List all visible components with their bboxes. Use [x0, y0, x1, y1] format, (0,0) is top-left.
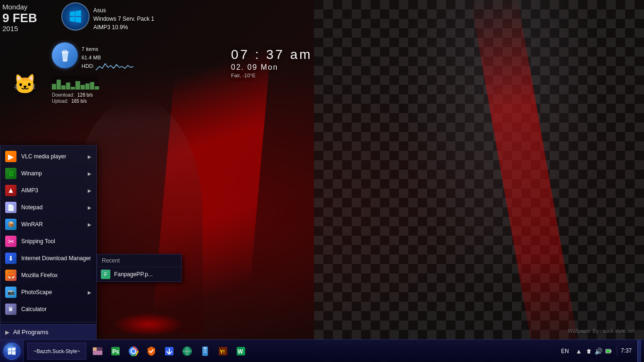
aimp3-icon: ▲ [5, 185, 17, 196]
svg-rect-21 [606, 350, 610, 353]
taskbar-clock[interactable]: 7:37 [617, 346, 636, 356]
taskbar-winrar-icon[interactable] [197, 343, 214, 360]
menu-item-calculator[interactable]: 🖩 Calculator [0, 301, 96, 318]
all-programs-bar[interactable]: ▶ All Programs [0, 324, 96, 339]
active-program-label[interactable]: ~Bazzh.Suck-Style~ [27, 343, 86, 360]
hdd-text: HDD: [82, 63, 94, 69]
svg-rect-20 [611, 350, 611, 352]
network-graph [52, 75, 99, 90]
taskbar-avast-icon[interactable] [143, 343, 160, 360]
system-text: Asus Windows 7 Serv. Pack 1 AIMP3 10.9% [93, 2, 154, 32]
recent-item[interactable]: F FanpagePP.p... [97, 267, 181, 281]
menu-item-firefox[interactable]: 🦊 Mozilla Firefox [0, 267, 96, 284]
net-bar [90, 82, 94, 90]
menu-item-photoscape[interactable]: 📷 PhotoScape ▶ [0, 284, 96, 301]
tray-arrow-icon[interactable]: ▲ [575, 347, 583, 355]
tray-volume-icon[interactable]: 🔊 [594, 347, 603, 355]
date-display: Monday 9 FEB 2015 [2, 2, 37, 33]
recycle-items: 7 items [82, 45, 133, 54]
taskbar-browser2-icon[interactable] [179, 343, 196, 360]
recycle-info: 7 items 61.4 MB HDD: [82, 42, 133, 71]
brand-label: Asus [93, 6, 154, 15]
menu-item-aimp3[interactable]: ▲ AIMP3 ▶ [0, 182, 96, 199]
recycle-icon[interactable] [52, 42, 78, 68]
menu-item-winrar[interactable]: 📦 WinRAR ▶ [0, 216, 96, 233]
taskbar-idm-icon[interactable] [161, 343, 178, 360]
firefox-icon: 🦊 [5, 270, 17, 281]
taskbar-word-icon[interactable]: W [232, 343, 249, 360]
net-bar [57, 80, 61, 90]
recycle-size: 61.4 MB [82, 54, 133, 62]
windows-logo [61, 2, 90, 31]
menu-item-idm[interactable]: ⬇ Internet Download Manager [0, 250, 96, 267]
svg-text:Y!: Y! [220, 349, 225, 354]
aimp3-arrow: ▶ [88, 188, 91, 193]
sys-tray-icons: ▲ 🔊 [573, 347, 615, 355]
net-bar [95, 86, 99, 90]
clock-time: 07 : 37 am [231, 47, 312, 62]
tray-network-icon[interactable] [585, 347, 593, 355]
os-label: Windows 7 Serv. Pack 1 [93, 15, 154, 23]
download-speed: 128 b/s [77, 92, 93, 98]
net-bar [52, 84, 56, 90]
watermark: Wallpaper By : suck-style.net [568, 328, 635, 334]
taskbar-programs: ~Bazzh.Suck-Style~ Ps [24, 340, 556, 362]
firefox-label: Mozilla Firefox [21, 272, 91, 279]
lang-indicator[interactable]: EN [559, 347, 571, 355]
menu-item-snipping[interactable]: ✂ Snipping Tool [0, 233, 96, 250]
date-number: 9 FEB [2, 12, 37, 24]
svg-rect-14 [204, 352, 206, 353]
winrar-arrow: ▶ [88, 222, 91, 227]
net-bars [52, 75, 99, 90]
winamp-label: Winamp [21, 170, 88, 177]
start-button[interactable] [0, 340, 24, 362]
hdd-label: HDD: [82, 62, 133, 71]
character-right [385, 0, 620, 330]
photoscape-arrow: ▶ [88, 290, 91, 295]
clock-widget: 07 : 37 am 02. 09 Mon Fair, -10°E [231, 47, 312, 78]
menu-item-notepad[interactable]: 📄 Notepad ▶ [0, 199, 96, 216]
svg-rect-1 [93, 347, 97, 351]
date-widget: Monday 9 FEB 2015 [2, 2, 37, 33]
upload-info: Upload: 165 b/s [52, 99, 99, 104]
upload-label: Upload: [52, 99, 68, 104]
recent-item-label: FanpagePP.p... [114, 271, 153, 278]
system-info-widget: Asus Windows 7 Serv. Pack 1 AIMP3 10.9% [61, 2, 154, 32]
recent-popup[interactable]: Recent F FanpagePP.p... [97, 254, 182, 282]
winamp-arrow: ▶ [88, 171, 91, 176]
show-desktop-button[interactable] [637, 340, 641, 362]
menu-item-vlc[interactable]: ▶ VLC media player ▶ [0, 148, 96, 165]
recycle-widget: 7 items 61.4 MB HDD: [52, 42, 133, 71]
svg-text:Ps: Ps [112, 348, 119, 355]
network-widget: Download: 128 b/s Upload: 165 b/s [52, 75, 99, 104]
clock-time-display: 7:37 [621, 347, 632, 355]
net-bar [85, 83, 90, 90]
all-programs-label: All Programs [13, 329, 48, 336]
start-menu[interactable]: ▶ VLC media player ▶ ♫ Winamp ▶ ▲ AIMP3 … [0, 145, 97, 339]
aimp3-label: AIMP3 [21, 187, 88, 194]
start-orb[interactable] [3, 343, 20, 360]
taskbar-explorer-icon[interactable] [89, 343, 106, 360]
notepad-label: Notepad [21, 204, 88, 211]
download-label: Download: [52, 92, 74, 98]
net-bar [81, 85, 85, 90]
svg-text:W: W [238, 348, 243, 355]
clock-date: 02. 09 Mon [231, 63, 312, 72]
taskbar-chrome-icon[interactable] [125, 343, 142, 360]
menu-items-list: ▶ VLC media player ▶ ♫ Winamp ▶ ▲ AIMP3 … [0, 146, 96, 320]
taskbar-right: EN ▲ 🔊 7:37 [556, 340, 644, 362]
net-bar [66, 82, 70, 90]
taskbar-ps-icon[interactable]: Ps [107, 343, 124, 360]
calc-icon: 🖩 [5, 304, 17, 315]
winrar-label: WinRAR [21, 221, 88, 228]
taskbar[interactable]: ~Bazzh.Suck-Style~ Ps [0, 339, 644, 362]
all-programs-arrow-icon: ▶ [5, 329, 9, 336]
menu-item-winamp[interactable]: ♫ Winamp ▶ [0, 165, 96, 182]
tray-battery-icon[interactable] [604, 347, 613, 355]
svg-rect-13 [204, 350, 206, 351]
snipping-label: Snipping Tool [21, 238, 91, 245]
winamp-icon: ♫ [5, 168, 17, 179]
vlc-arrow: ▶ [88, 154, 91, 159]
taskbar-yahoo-icon[interactable]: Y! [215, 343, 231, 360]
upload-speed: 165 b/s [71, 99, 87, 104]
